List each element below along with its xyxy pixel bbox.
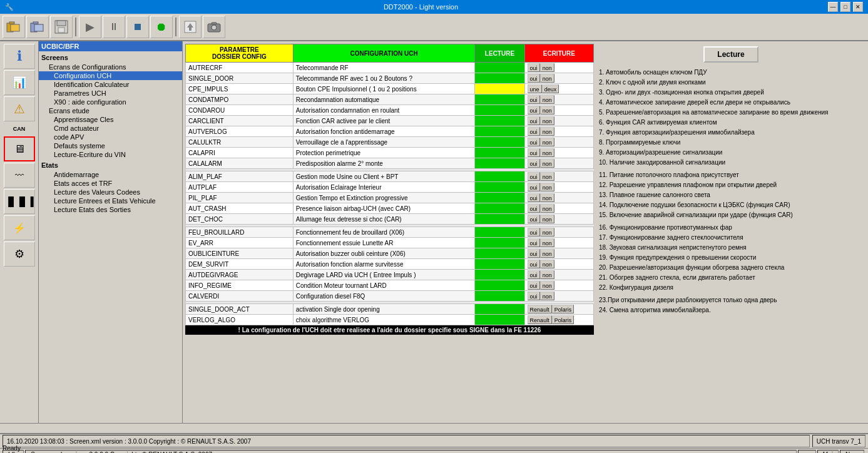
non-btn[interactable]: non xyxy=(540,292,554,300)
minimize-button[interactable]: — xyxy=(828,2,838,12)
oui-btn[interactable]: oui xyxy=(528,260,540,268)
non-btn[interactable]: non xyxy=(540,159,554,168)
close-button[interactable]: ✕ xyxy=(853,2,863,12)
renault-btn[interactable]: Renault xyxy=(528,315,552,324)
non-btn[interactable]: non xyxy=(540,228,554,237)
pause-btn[interactable]: ⏸ xyxy=(103,16,125,38)
non-btn[interactable]: non xyxy=(540,116,554,125)
screen-icon-btn[interactable]: 🖥 xyxy=(4,136,35,161)
nav-lecture-sorties[interactable]: Lecture Etats des Sorties xyxy=(39,205,182,214)
nav-apprentissage[interactable]: Apprentissage Cles xyxy=(39,115,182,124)
nav-lecture-vin[interactable]: Lecture-Ecriture du VIN xyxy=(39,150,182,159)
chart-icon-btn[interactable]: 📊 xyxy=(4,70,35,95)
settings-icon-btn[interactable]: ⚙ xyxy=(4,242,35,267)
nav-config-uch[interactable]: Configuration UCH xyxy=(39,71,182,80)
non-btn[interactable]: non xyxy=(540,249,554,258)
nav-lecture-entrees[interactable]: Lecture Entrees et Etats Vehicule xyxy=(39,196,182,205)
nav-ecrans-etude[interactable]: Ecrans etude xyxy=(39,106,182,115)
ready-label: Ready xyxy=(3,445,21,452)
main-container: ℹ 📊 ⚠ CAN 🖥 〰 ▐▌▐▌▐ ⚡ ⚙ UCBIC/BFR Screen… xyxy=(0,41,868,423)
list-item: 5. Разрешение/авторизация на автоматичес… xyxy=(599,108,863,118)
table-row: CALULKTR Verrouillage cle a l'apprentiss… xyxy=(186,137,594,148)
oui-btn[interactable]: oui xyxy=(528,228,540,237)
non-btn[interactable]: non xyxy=(540,260,554,268)
non-btn[interactable]: non xyxy=(540,172,554,181)
oui-btn[interactable]: oui xyxy=(528,204,540,213)
nav-etats-acces[interactable]: Etats acces et TRF xyxy=(39,179,182,188)
non-btn[interactable]: non xyxy=(540,127,554,136)
nav-ecrans-config[interactable]: Ecrans de Configurations xyxy=(39,63,182,71)
oui-btn[interactable]: oui xyxy=(528,74,540,83)
play-btn[interactable]: ▶ xyxy=(79,16,101,38)
non-btn[interactable]: non xyxy=(540,148,554,157)
h-scroll[interactable] xyxy=(0,423,868,433)
une-btn[interactable]: une xyxy=(528,84,542,93)
oui-btn[interactable]: oui xyxy=(528,270,540,279)
barcode-icon-btn[interactable]: ▐▌▐▌▐ xyxy=(4,189,35,214)
nav-code-apv[interactable]: code APV xyxy=(39,133,182,141)
nav-header: UCBIC/BFR xyxy=(39,41,182,51)
non-btn[interactable]: non xyxy=(540,138,554,146)
oui-btn[interactable]: oui xyxy=(528,95,540,104)
nav-cmd-actuateur[interactable]: Cmd actuateur xyxy=(39,124,182,133)
nav-antidemarrage[interactable]: Antidemarrage xyxy=(39,170,182,179)
non-btn[interactable]: non xyxy=(540,106,554,115)
deux-btn[interactable]: deux xyxy=(542,84,559,93)
oui-btn[interactable]: oui xyxy=(528,215,540,223)
ecriture-cell: RenaultPolaris xyxy=(524,315,593,325)
lecture-button[interactable]: Lecture xyxy=(703,46,758,63)
polaris-btn[interactable]: Polaris xyxy=(552,315,574,324)
nav-lecture-valeurs[interactable]: Lecture des Valeurs Codees xyxy=(39,188,182,196)
oui-btn[interactable]: oui xyxy=(528,172,540,181)
non-btn[interactable]: non xyxy=(540,183,554,191)
open-btn[interactable] xyxy=(3,16,25,38)
oui-btn[interactable]: oui xyxy=(528,138,540,146)
non-btn[interactable]: non xyxy=(540,74,554,83)
oui-btn[interactable]: oui xyxy=(528,281,540,290)
oui-btn[interactable]: oui xyxy=(528,159,540,168)
oui-btn[interactable]: oui xyxy=(528,249,540,258)
list-item: 10. Наличие закодированной сигнализации xyxy=(599,158,863,168)
non-btn[interactable]: non xyxy=(540,215,554,223)
polaris-btn[interactable]: Polaris xyxy=(552,305,574,313)
oscilloscope-icon-btn[interactable]: 〰 xyxy=(4,163,35,188)
oui-btn[interactable]: oui xyxy=(528,127,540,136)
oui-btn[interactable]: oui xyxy=(528,63,540,72)
non-btn[interactable]: non xyxy=(540,270,554,279)
non-btn[interactable]: non xyxy=(540,63,554,72)
oui-btn[interactable]: oui xyxy=(528,292,540,300)
warning-icon-btn[interactable]: ⚠ xyxy=(4,96,35,121)
stop-btn[interactable]: ⏹ xyxy=(126,16,149,38)
table-row: AUT_CRASH Presence liaison airbag-UCH (a… xyxy=(186,203,594,214)
non-btn[interactable]: non xyxy=(540,95,554,104)
list-item: 3. Одно- или двух -позиционная кнопка от… xyxy=(599,88,863,98)
oui-btn[interactable]: oui xyxy=(528,183,540,191)
ecriture-cell: ouinon xyxy=(524,73,593,84)
camera-btn[interactable] xyxy=(203,16,225,38)
export-btn[interactable] xyxy=(179,16,202,38)
nav-parametres[interactable]: Parametres UCH xyxy=(39,89,182,98)
oui-btn[interactable]: oui xyxy=(528,116,540,125)
lecture-cell xyxy=(475,126,524,137)
oui-btn[interactable]: oui xyxy=(528,193,540,202)
oui-btn[interactable]: oui xyxy=(528,148,540,157)
non-btn[interactable]: non xyxy=(540,204,554,213)
col-config-header: CONFIGURATION UCH xyxy=(293,44,475,63)
record-btn[interactable]: ⏺ xyxy=(150,16,173,38)
nav-identification[interactable]: Identification Calculateur xyxy=(39,80,182,89)
folder-btn[interactable] xyxy=(26,16,49,38)
maximize-button[interactable]: □ xyxy=(840,2,850,12)
non-btn[interactable]: non xyxy=(540,238,554,247)
oui-btn[interactable]: oui xyxy=(528,238,540,247)
info-icon-btn[interactable]: ℹ xyxy=(4,44,35,69)
non-btn[interactable]: non xyxy=(540,193,554,202)
oui-btn[interactable]: oui xyxy=(528,106,540,115)
nav-defauts[interactable]: Defauts systeme xyxy=(39,141,182,150)
connector-icon-btn[interactable]: ⚡ xyxy=(4,215,35,240)
non-btn[interactable]: non xyxy=(540,281,554,290)
renault-btn[interactable]: Renault xyxy=(528,305,552,313)
config-cell: Gestion Tempo et Extinction progressive xyxy=(293,193,475,203)
nav-x90[interactable]: X90 : aide configuration xyxy=(39,98,182,106)
save-btn[interactable] xyxy=(50,16,73,38)
param-cell: AUTDEGIVRAGE xyxy=(186,270,294,280)
